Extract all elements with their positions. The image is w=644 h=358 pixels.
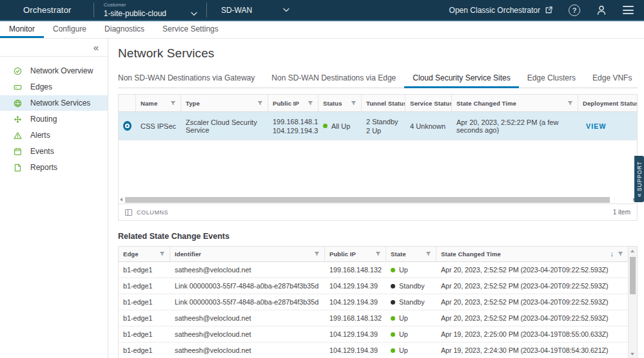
chevron-down-icon (283, 8, 289, 12)
filter-icon[interactable] (307, 100, 313, 106)
sidebar-item-routing[interactable]: Routing (0, 111, 108, 127)
network-services-tabs: Non SD-WAN Destinations via Gateway Non … (118, 70, 638, 88)
tab-edge-clusters[interactable]: Edge Clusters (519, 70, 584, 88)
chevron-collapse-icon: « (636, 193, 643, 197)
table-row-css-ipsec[interactable]: CSS IPSec Zscaler Cloud Security Service… (119, 112, 637, 140)
public-ip: 104.129.194.39 (325, 343, 386, 358)
filter-icon[interactable] (159, 251, 165, 257)
css-sites-table-header: Name Type Public IP Status Tunnel Status… (119, 95, 637, 112)
public-ip-1: 199.168.148.132 (273, 118, 318, 126)
tunnel-status-2: 2 Up (366, 127, 381, 135)
state-value: Up (399, 346, 408, 354)
state-value: Up (399, 266, 408, 274)
filter-icon[interactable] (425, 251, 431, 257)
sidebar-item-label: Network Services (30, 99, 90, 108)
public-ip: 104.129.194.39 (325, 326, 386, 342)
sidebar: « Network Overview Edges (0, 39, 108, 358)
state-changed-time: Apr 20, 2023, 2:52:52 PM (2023-04-20T09:… (436, 262, 628, 278)
filter-icon[interactable] (314, 251, 320, 257)
sort-desc-icon[interactable]: ↓ (610, 250, 614, 258)
network-services-icon (14, 99, 22, 108)
state-changed-time: Apr 20, 2023, 2:52:22 PM (a few seconds … (456, 118, 574, 134)
tab-configure[interactable]: Configure (44, 21, 95, 38)
filter-icon[interactable] (257, 100, 263, 106)
identifier: Link 00000003-55f7-4848-a0ba-e287b4f3b35… (170, 294, 325, 310)
sidebar-item-label: Reports (30, 163, 57, 172)
service-name: CSS IPSec (141, 122, 176, 130)
filter-icon[interactable] (618, 251, 623, 257)
open-classic-label: Open Classic Orchestrator (449, 6, 540, 15)
help-button[interactable]: ? (569, 5, 580, 16)
chevron-down-icon (191, 12, 197, 16)
columns-button[interactable]: COLUMNS (125, 209, 168, 216)
network-overview-icon (14, 67, 22, 75)
edges-icon (14, 83, 22, 91)
identifier: satheesh@velocloud.net (170, 343, 325, 358)
sidebar-item-label: Routing (30, 115, 57, 124)
vertical-scroll-thumb[interactable] (630, 257, 636, 294)
event-row: b1-edge1 Link 00000003-55f7-4848-a0ba-e2… (119, 278, 628, 294)
support-tab[interactable]: « SUPPORT (634, 156, 644, 202)
col-name: Name (141, 100, 157, 107)
sidebar-collapse-icon[interactable]: « (93, 42, 99, 52)
col-state-changed-time: State Changed Time (456, 100, 516, 107)
horizontal-scrollbar[interactable] (119, 196, 637, 203)
filter-icon[interactable] (375, 251, 381, 257)
customer-selector[interactable]: Customer 1-site-public-cloud (94, 0, 206, 20)
tab-diagnostics[interactable]: Diagnostics (95, 21, 153, 38)
user-menu-button[interactable] (596, 5, 607, 15)
public-ip: 199.168.148.132 (325, 310, 386, 326)
related-events-title: Related State Change Events (118, 232, 638, 241)
public-ip: 104.129.194.39 (325, 278, 386, 294)
app-menu-button[interactable] (623, 6, 634, 14)
event-row: b1-edge1 Link 00000003-55f7-4848-a0ba-e2… (119, 294, 628, 310)
css-sites-table: Name Type Public IP Status Tunnel Status… (118, 94, 638, 221)
event-row: b1-edge1 satheesh@velocloud.net 199.168.… (119, 262, 628, 278)
customer-value: 1-site-public-cloud (104, 9, 166, 18)
filter-icon[interactable] (567, 100, 573, 106)
row-radio-selected[interactable] (123, 121, 132, 131)
event-row: b1-edge1 satheesh@velocloud.net 104.129.… (119, 326, 628, 343)
external-link-icon (545, 6, 553, 14)
scroll-left-icon[interactable] (120, 198, 122, 202)
state-dot (391, 268, 395, 272)
sidebar-item-network-services[interactable]: Network Services (0, 95, 108, 111)
radio-column-header (119, 95, 136, 111)
filter-icon[interactable] (170, 100, 176, 106)
sidebar-item-events[interactable]: Events (0, 144, 108, 159)
sidebar-item-edges[interactable]: Edges (0, 79, 108, 95)
open-classic-link[interactable]: Open Classic Orchestrator (449, 6, 553, 15)
view-deployment-link[interactable]: VIEW (583, 122, 607, 130)
vertical-scrollbar[interactable] (628, 247, 637, 358)
sidebar-item-reports[interactable]: Reports (0, 160, 108, 175)
scroll-up-icon[interactable] (630, 250, 634, 252)
filter-icon[interactable] (351, 100, 356, 106)
sidebar-item-network-overview[interactable]: Network Overview (0, 63, 108, 79)
state-changed-time: Apr 19, 2023, 2:24:30 PM (2023-04-19T08:… (436, 343, 628, 358)
help-icon: ? (569, 5, 580, 16)
state-dot (391, 348, 395, 353)
col-deployment-status: Deployment Status (583, 100, 637, 107)
tab-monitor[interactable]: Monitor (0, 21, 44, 38)
main-content: Network Services Non SD-WAN Destinations… (108, 39, 644, 358)
tab-nsd-via-edge[interactable]: Non SD-WAN Destinations via Edge (263, 70, 404, 88)
tab-service-settings[interactable]: Service Settings (153, 21, 228, 38)
scroll-down-icon[interactable] (630, 353, 634, 355)
state-value: Standby (399, 282, 425, 290)
related-events-table: Edge Identifier Public IP State State Ch… (118, 246, 638, 358)
state-changed-time: Apr 20, 2023, 2:52:52 PM (2023-04-20T09:… (436, 310, 628, 326)
state-dot (391, 284, 395, 288)
tab-edge-vnfs[interactable]: Edge VNFs (584, 70, 640, 88)
public-ip: 104.129.194.39 (325, 294, 386, 310)
product-title: Orchestrator (0, 0, 93, 20)
alerts-icon (14, 131, 22, 140)
public-ip-2: 104.129.194.39 (273, 127, 318, 135)
edge-name: b1-edge1 (119, 343, 170, 358)
service-selector[interactable]: SD-WAN (207, 0, 304, 20)
horizontal-scroll-thumb[interactable] (125, 197, 610, 203)
sidebar-item-alerts[interactable]: Alerts (0, 127, 108, 143)
col-service-status: Service Status (410, 100, 452, 107)
tab-cloud-security-service-sites[interactable]: Cloud Security Service Sites (404, 70, 518, 88)
col-edge: Edge (123, 250, 139, 258)
tab-nsd-via-gateway[interactable]: Non SD-WAN Destinations via Gateway (118, 70, 263, 88)
